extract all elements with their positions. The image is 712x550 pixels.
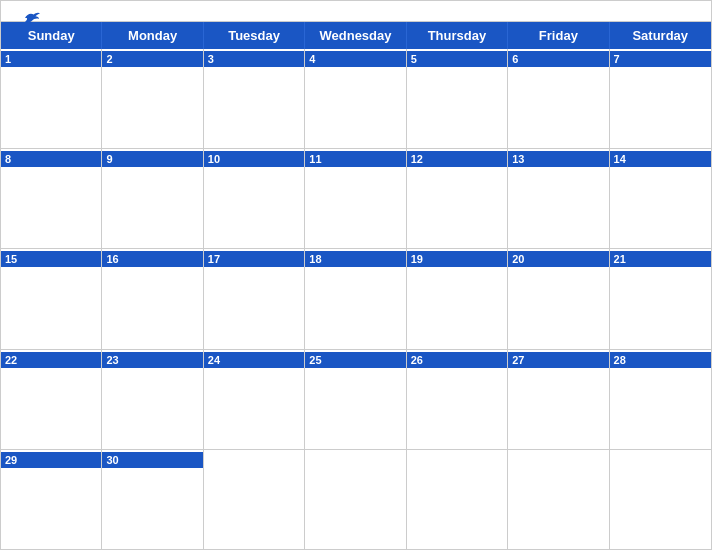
day-number-23: 23 — [102, 352, 202, 368]
day-cell-15: 15 — [1, 249, 102, 348]
logo-blue-text — [21, 11, 41, 25]
week-row-2: 891011121314 — [1, 149, 711, 249]
day-number-28: 28 — [610, 352, 711, 368]
week-row-3: 15161718192021 — [1, 249, 711, 349]
day-number-20: 20 — [508, 251, 608, 267]
day-number-6: 6 — [508, 51, 608, 67]
week-row-4: 22232425262728 — [1, 350, 711, 450]
day-number-11: 11 — [305, 151, 405, 167]
day-header-monday: Monday — [102, 22, 203, 49]
day-cell-13: 13 — [508, 149, 609, 248]
day-number-27: 27 — [508, 352, 608, 368]
day-number-18: 18 — [305, 251, 405, 267]
weeks-container: 1234567891011121314151617181920212223242… — [1, 49, 711, 549]
calendar-grid: SundayMondayTuesdayWednesdayThursdayFrid… — [1, 21, 711, 549]
day-cell-27: 27 — [508, 350, 609, 449]
day-header-friday: Friday — [508, 22, 609, 49]
day-header-sunday: Sunday — [1, 22, 102, 49]
day-number-4: 4 — [305, 51, 405, 67]
week-row-5: 2930 — [1, 450, 711, 549]
day-number-29: 29 — [1, 452, 101, 468]
day-headers-row: SundayMondayTuesdayWednesdayThursdayFrid… — [1, 22, 711, 49]
day-cell-23: 23 — [102, 350, 203, 449]
day-cell-1: 1 — [1, 49, 102, 148]
day-cell-9: 9 — [102, 149, 203, 248]
day-cell-11: 11 — [305, 149, 406, 248]
day-number-9: 9 — [102, 151, 202, 167]
day-cell-empty — [204, 450, 305, 549]
day-header-tuesday: Tuesday — [204, 22, 305, 49]
day-cell-6: 6 — [508, 49, 609, 148]
day-number-empty — [610, 460, 711, 464]
day-cell-14: 14 — [610, 149, 711, 248]
day-cell-22: 22 — [1, 350, 102, 449]
day-number-24: 24 — [204, 352, 304, 368]
day-number-19: 19 — [407, 251, 507, 267]
day-number-empty — [407, 460, 507, 464]
day-number-8: 8 — [1, 151, 101, 167]
day-number-10: 10 — [204, 151, 304, 167]
day-number-empty — [305, 460, 405, 464]
day-number-22: 22 — [1, 352, 101, 368]
day-number-26: 26 — [407, 352, 507, 368]
day-cell-24: 24 — [204, 350, 305, 449]
day-number-30: 30 — [102, 452, 202, 468]
day-cell-empty — [305, 450, 406, 549]
day-cell-10: 10 — [204, 149, 305, 248]
day-cell-28: 28 — [610, 350, 711, 449]
day-number-7: 7 — [610, 51, 711, 67]
day-cell-3: 3 — [204, 49, 305, 148]
day-cell-empty — [407, 450, 508, 549]
day-number-17: 17 — [204, 251, 304, 267]
day-number-2: 2 — [102, 51, 202, 67]
day-header-saturday: Saturday — [610, 22, 711, 49]
day-number-empty — [508, 460, 608, 464]
day-number-3: 3 — [204, 51, 304, 67]
day-cell-29: 29 — [1, 450, 102, 549]
day-number-1: 1 — [1, 51, 101, 67]
day-header-thursday: Thursday — [407, 22, 508, 49]
day-number-15: 15 — [1, 251, 101, 267]
day-cell-25: 25 — [305, 350, 406, 449]
day-number-12: 12 — [407, 151, 507, 167]
day-number-14: 14 — [610, 151, 711, 167]
day-cell-30: 30 — [102, 450, 203, 549]
day-number-13: 13 — [508, 151, 608, 167]
day-cell-12: 12 — [407, 149, 508, 248]
day-cell-empty — [610, 450, 711, 549]
day-cell-2: 2 — [102, 49, 203, 148]
day-cell-20: 20 — [508, 249, 609, 348]
calendar-header — [1, 1, 711, 21]
calendar-container: SundayMondayTuesdayWednesdayThursdayFrid… — [0, 0, 712, 550]
day-number-16: 16 — [102, 251, 202, 267]
day-cell-8: 8 — [1, 149, 102, 248]
generalblue-logo — [21, 11, 41, 25]
day-cell-18: 18 — [305, 249, 406, 348]
week-row-1: 1234567 — [1, 49, 711, 149]
logo-bird-icon — [23, 11, 41, 25]
day-cell-21: 21 — [610, 249, 711, 348]
day-cell-26: 26 — [407, 350, 508, 449]
day-number-25: 25 — [305, 352, 405, 368]
day-cell-19: 19 — [407, 249, 508, 348]
day-cell-17: 17 — [204, 249, 305, 348]
day-cell-empty — [508, 450, 609, 549]
day-cell-5: 5 — [407, 49, 508, 148]
day-number-5: 5 — [407, 51, 507, 67]
day-header-wednesday: Wednesday — [305, 22, 406, 49]
day-number-empty — [204, 460, 304, 464]
day-cell-16: 16 — [102, 249, 203, 348]
day-cell-4: 4 — [305, 49, 406, 148]
day-cell-7: 7 — [610, 49, 711, 148]
day-number-21: 21 — [610, 251, 711, 267]
